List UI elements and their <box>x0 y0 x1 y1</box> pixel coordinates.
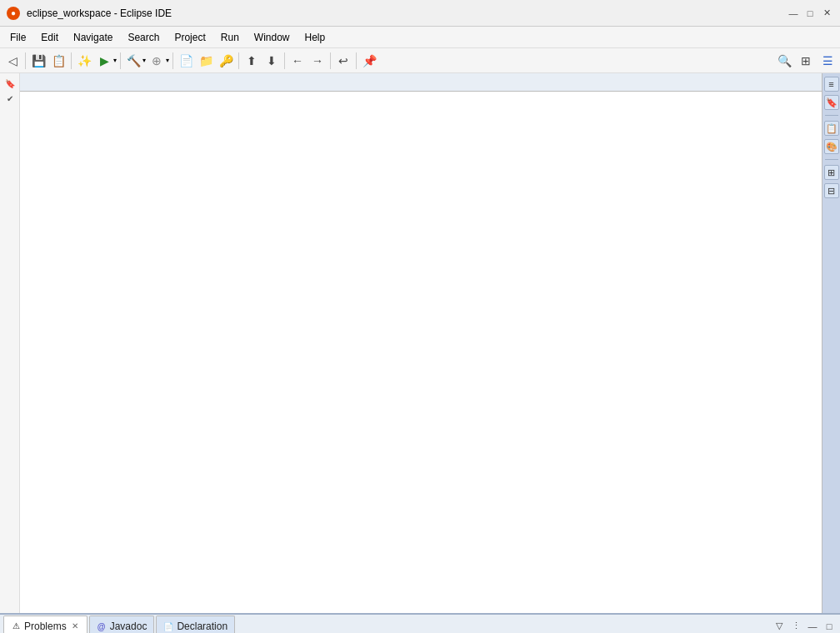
toolbar-separator-8 <box>356 52 357 69</box>
toolbar-separator-6 <box>284 52 285 69</box>
title-bar: ● eclipse_workspace - Eclipse IDE — □ ✕ <box>0 0 840 27</box>
close-button[interactable]: ✕ <box>820 7 833 20</box>
toolbar-separator-3 <box>120 52 121 69</box>
editor-content[interactable] <box>20 92 822 613</box>
toolbar-pin-button[interactable]: 📌 <box>360 52 378 70</box>
toolbar-separator-7 <box>330 52 331 69</box>
toolbar-save-button[interactable]: 💾 <box>29 52 48 70</box>
declaration-tab-icon: 📄 <box>163 621 173 631</box>
toolbar-open-type-button[interactable]: 📄 <box>177 52 195 70</box>
toolbar-search-button[interactable]: 🔍 <box>775 52 793 70</box>
menu-navigate[interactable]: Navigate <box>67 30 119 45</box>
problems-tab-icon: ⚠ <box>11 621 21 631</box>
gutter-task-icon[interactable]: ✔ <box>3 92 17 105</box>
minimize-button[interactable]: — <box>787 7 800 20</box>
toolbar-prev-annotation-button[interactable]: ⬆ <box>242 52 261 70</box>
toolbar-coverage-arrow[interactable]: ▾ <box>166 57 169 64</box>
bottom-panel: ⚠ Problems ✕ @ Javadoc 📄 Declaration ▽ ⋮… <box>0 613 840 633</box>
sidebar-bookmark-icon[interactable]: 🔖 <box>824 95 839 110</box>
gutter-bookmark-icon[interactable]: 🔖 <box>3 77 17 90</box>
menu-bar: File Edit Navigate Search Project Run Wi… <box>0 27 840 48</box>
right-sidebar: ≡ 🔖 📋 🎨 ⊞ ⊟ <box>822 73 840 613</box>
menu-run[interactable]: Run <box>214 30 246 45</box>
problems-tab-label: Problems <box>24 621 67 632</box>
panel-tabs: ⚠ Problems ✕ @ Javadoc 📄 Declaration ▽ ⋮… <box>0 615 840 633</box>
toolbar-open-button[interactable]: 🔑 <box>217 52 235 70</box>
sidebar-outline-icon[interactable]: 📋 <box>824 121 839 136</box>
sidebar-separator-1 <box>825 115 838 116</box>
toolbar-separator-1 <box>25 52 26 69</box>
toolbar-build-arrow[interactable]: ▾ <box>142 57 146 64</box>
toolbar-separator-4 <box>172 52 173 69</box>
javadoc-tab-label: Javadoc <box>110 621 148 632</box>
menu-edit[interactable]: Edit <box>34 30 65 45</box>
sidebar-palette-icon[interactable]: 🎨 <box>824 139 839 154</box>
toolbar-new-button[interactable]: ✨ <box>75 52 93 70</box>
sidebar-extra-icon[interactable]: ⊞ <box>824 165 839 180</box>
toolbar-right-area: 🔍 ⊞ ☰ <box>775 52 837 70</box>
panel-menu-button[interactable]: ⋮ <box>788 619 803 634</box>
menu-search[interactable]: Search <box>121 30 166 45</box>
toolbar-coverage-button[interactable]: ⊕ <box>148 52 166 70</box>
left-gutter: 🔖 ✔ <box>0 73 20 613</box>
editor-area <box>20 73 822 613</box>
toolbar-run-arrow[interactable]: ▾ <box>113 57 117 64</box>
panel-tab-actions: ▽ ⋮ — □ <box>772 619 840 634</box>
menu-help[interactable]: Help <box>298 30 332 45</box>
tab-javadoc[interactable]: @ Javadoc <box>89 616 155 634</box>
toolbar-run-button[interactable]: ▶ <box>95 52 113 70</box>
window-controls: — □ ✕ <box>787 7 833 20</box>
toolbar-separator-2 <box>71 52 72 69</box>
toolbar-perspectives-button[interactable]: ⊞ <box>797 52 815 70</box>
tab-problems[interactable]: ⚠ Problems ✕ <box>3 616 88 634</box>
declaration-tab-label: Declaration <box>177 621 228 632</box>
toolbar-separator-5 <box>238 52 239 69</box>
toolbar-open-res-button[interactable]: 📁 <box>197 52 215 70</box>
editor-tabs <box>20 73 822 92</box>
sidebar-separator-2 <box>825 159 838 160</box>
toolbar-back-nav-button[interactable]: ← <box>288 52 307 70</box>
panel-minimize-button[interactable]: — <box>805 619 820 634</box>
toolbar-next-annotation-button[interactable]: ⬇ <box>262 52 281 70</box>
sidebar-extra2-icon[interactable]: ⊟ <box>824 183 839 198</box>
toolbar-perspective-btn[interactable]: ☰ <box>818 52 837 70</box>
window-title: eclipse_workspace - Eclipse IDE <box>27 7 780 19</box>
maximize-button[interactable]: □ <box>803 7 817 20</box>
toolbar-last-edit-button[interactable]: ↩ <box>334 52 352 70</box>
toolbar-fwd-nav-button[interactable]: → <box>308 52 327 70</box>
toolbar-back-button[interactable]: ◁ <box>3 52 22 70</box>
panel-maximize-button[interactable]: □ <box>822 619 837 634</box>
app-icon: ● <box>7 7 20 20</box>
menu-file[interactable]: File <box>3 30 32 45</box>
sidebar-tasks-icon[interactable]: ≡ <box>824 77 839 92</box>
toolbar-save-all-button[interactable]: 📋 <box>49 52 68 70</box>
main-area: 🔖 ✔ ≡ 🔖 📋 🎨 ⊞ ⊟ <box>0 73 840 613</box>
menu-window[interactable]: Window <box>248 30 297 45</box>
menu-project[interactable]: Project <box>168 30 212 45</box>
toolbar: ◁ 💾 📋 ✨ ▶ ▾ 🔨 ▾ ⊕ ▾ 📄 📁 🔑 ⬆ ⬇ ← → ↩ 📌 🔍 … <box>0 48 840 73</box>
tab-declaration[interactable]: 📄 Declaration <box>156 616 235 634</box>
problems-tab-close[interactable]: ✕ <box>70 621 80 631</box>
panel-filter-button[interactable]: ▽ <box>772 619 787 634</box>
toolbar-build-button[interactable]: 🔨 <box>124 52 142 70</box>
javadoc-tab-icon: @ <box>97 621 107 631</box>
